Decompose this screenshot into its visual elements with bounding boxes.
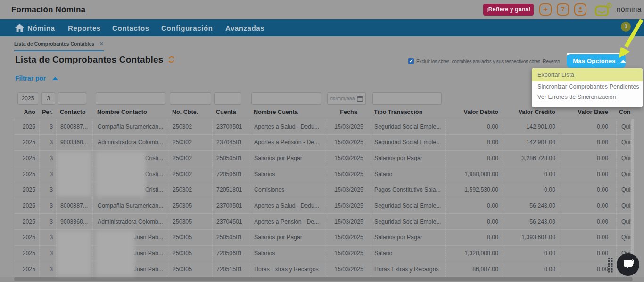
table-cell: 72050601 <box>212 166 249 182</box>
table-cell: Aportes a Pensión - De... <box>249 134 327 150</box>
nav-item-configuracion[interactable]: Configuración <box>161 19 213 36</box>
table-cell: Salarios por Pagar <box>371 229 445 245</box>
home-icon[interactable] <box>15 19 24 36</box>
table-cell: 15/03/2025 <box>327 245 371 261</box>
table-cell: 2025 <box>14 182 39 198</box>
column-header: Valor Base <box>560 106 616 119</box>
redaction-blur <box>96 151 146 197</box>
tab-lista-comprobantes[interactable]: Lista de Comprobantes Contables ✕ <box>14 39 104 51</box>
table-cell: 0.00 <box>445 150 502 166</box>
refer-and-win-button[interactable]: ¡Refiere y gana! <box>483 4 534 16</box>
table-cell: Compañia Suramerican... <box>92 119 167 135</box>
menu-item-exportar-lista[interactable]: Exportar Lista <box>532 68 643 81</box>
table-cell: 0.00 <box>445 134 502 150</box>
table-cell: 250305 <box>167 229 212 245</box>
column-header: Nombre Cuenta <box>249 106 327 119</box>
filter-fecha-input[interactable]: dd/mm/aaa <box>327 92 366 105</box>
table-cell: 2025 <box>14 119 39 135</box>
table-cell: 250302 <box>167 182 212 198</box>
table-cell: 9003360... <box>56 134 92 150</box>
table-cell: 2025 <box>14 134 39 150</box>
exclude-voided-checkbox[interactable]: ✓ <box>408 58 414 64</box>
table-cell: 8000887... <box>56 119 92 135</box>
table-cell: 23700501 <box>212 198 249 214</box>
table-cell: 0.00 <box>560 198 616 214</box>
filter-contacto-input[interactable] <box>58 92 86 105</box>
column-header: Nombre Contacto <box>92 106 167 119</box>
exclude-voided-label: Excluir los cbtes. contables anulados y … <box>416 59 560 64</box>
menu-item-ver-errores[interactable]: Ver Errores de Sincronización <box>532 92 643 102</box>
table-cell: 250302 <box>167 166 212 182</box>
table-cell: 2025 <box>14 150 39 166</box>
tab-close-icon[interactable]: ✕ <box>99 41 104 47</box>
user-icon[interactable] <box>574 3 586 16</box>
table-cell: 0.00 <box>560 229 616 245</box>
table-cell: 15/03/2025 <box>327 182 371 198</box>
chat-widget-button[interactable] <box>617 253 639 276</box>
table-cell: 0.00 <box>560 119 616 135</box>
table-cell: Salarios <box>249 245 327 261</box>
table-cell: 250305 <box>167 213 212 229</box>
table-cell: Quin <box>616 150 631 166</box>
table-cell: Quin <box>616 229 631 245</box>
table-cell: Salarios por Pagar <box>249 229 327 245</box>
table-cell: 142,901.00 <box>502 134 560 150</box>
table-cell: 0.00 <box>560 182 616 198</box>
calendar-icon <box>357 96 363 102</box>
nav-item-reportes[interactable]: Reportes <box>68 19 101 36</box>
table-cell: 8000887... <box>56 198 92 214</box>
horizontal-scrollbar-thumb[interactable] <box>14 277 633 281</box>
table-cell: 23704501 <box>212 134 249 150</box>
table-cell: Quin <box>616 198 631 214</box>
table-cell: Salarios por Pagar <box>371 150 445 166</box>
table-cell: 0.00 <box>502 261 560 277</box>
table-cell: 1,320,000.00 <box>445 245 502 261</box>
table-cell: 0.00 <box>560 213 616 229</box>
table-cell: Administradora Colomb... <box>92 213 167 229</box>
table-cell: Aportes a Salud - Dedu... <box>249 198 327 214</box>
menu-item-sincronizar-pendientes[interactable]: Sincronizar Comprobantes Pendientes <box>532 81 643 92</box>
filter-per-input[interactable]: 3 <box>41 92 55 105</box>
table-cell: 86,087.00 <box>445 261 502 277</box>
drag-handle-icon[interactable] <box>607 257 613 274</box>
filter-tipo-transaccion-input[interactable] <box>372 92 442 105</box>
refresh-icon[interactable] <box>168 56 175 65</box>
filter-nombre-contacto-input[interactable] <box>96 92 165 105</box>
table-cell: 0.00 <box>445 119 502 135</box>
filter-toggle[interactable]: Filtrar por <box>15 75 58 82</box>
table-cell: 3 <box>39 198 56 214</box>
table-cell: 0.00 <box>445 229 502 245</box>
nav-item-nomina[interactable]: Nómina <box>27 19 55 36</box>
table-cell: 0.00 <box>445 198 502 214</box>
alegra-nomina-logo: $ nómina <box>595 3 642 16</box>
redaction-blur <box>57 151 91 197</box>
nav-item-avanzadas[interactable]: Avanzadas <box>225 19 264 36</box>
column-header: Valor Débito <box>445 106 502 119</box>
help-icon[interactable]: ? <box>557 3 569 16</box>
column-header: Año <box>14 106 39 119</box>
table-cell: 0.00 <box>502 245 560 261</box>
table-cell: 15/03/2025 <box>327 119 371 135</box>
filter-no-cbte-input[interactable] <box>170 92 211 105</box>
nav-item-contactos[interactable]: Contactos <box>112 19 149 36</box>
more-options-button[interactable]: Más Opciones <box>567 54 626 68</box>
add-icon[interactable]: + <box>539 3 552 16</box>
table-cell: Salario <box>371 166 445 182</box>
nomina-logo-icon: $ <box>595 3 612 16</box>
column-header: Cuenta <box>212 106 249 119</box>
table-cell: 250305 <box>167 261 212 277</box>
filter-ano-input[interactable]: 2025 <box>17 92 38 105</box>
table-cell: 1,980,000.00 <box>445 166 502 182</box>
table-cell: Salario <box>371 245 445 261</box>
table-cell: 56,243.00 <box>502 198 560 214</box>
filter-cuenta-input[interactable] <box>214 92 241 105</box>
column-header: Per. <box>39 106 56 119</box>
table-cell: 3 <box>39 119 56 135</box>
company-title: Formación Nómina <box>11 5 85 15</box>
filter-nombre-cuenta-input[interactable] <box>251 92 321 105</box>
nomina-logo-text: nómina <box>617 5 642 14</box>
table-cell: 2025 <box>14 229 39 245</box>
table-cell: 56,243.00 <box>502 213 560 229</box>
table-cell: 3 <box>39 245 56 261</box>
vertical-scrollbar-thumb[interactable] <box>631 119 634 275</box>
